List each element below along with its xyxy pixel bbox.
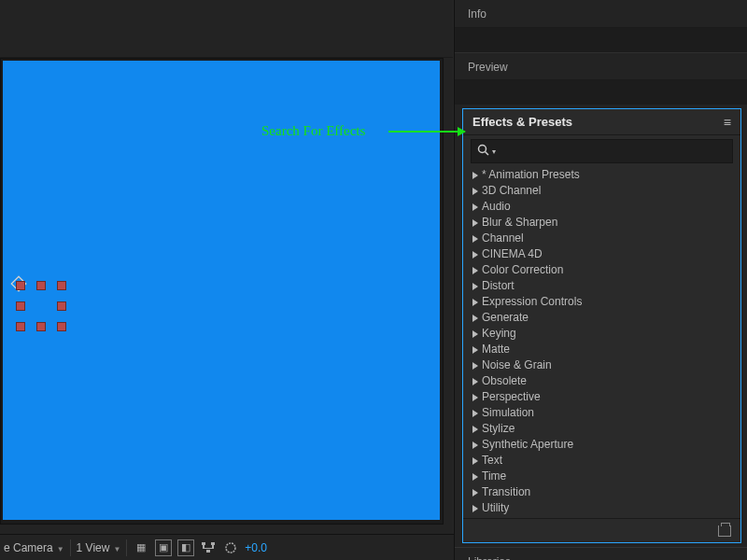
effects-category-row[interactable]: Generate — [472, 310, 735, 326]
disclosure-triangle-icon[interactable] — [472, 172, 478, 179]
effects-category-row[interactable]: Perspective — [472, 389, 735, 405]
transform-handle[interactable] — [16, 322, 25, 331]
effects-category-row[interactable]: Simulation — [472, 405, 735, 421]
effects-category-row[interactable]: CINEMA 4D — [472, 246, 735, 262]
panel-menu-icon[interactable]: ≡ — [724, 115, 731, 130]
snapshot-flowchart-icon[interactable] — [200, 539, 217, 556]
effects-category-label: Perspective — [482, 389, 541, 405]
effects-category-row[interactable]: Stylize — [472, 421, 735, 437]
disclosure-triangle-icon[interactable] — [472, 346, 478, 354]
right-panel-stack: Info Preview Effects & Presets ≡ ▾ * Ani… — [454, 0, 747, 560]
transform-handle[interactable] — [16, 281, 25, 290]
transform-handle[interactable] — [57, 322, 66, 331]
disclosure-triangle-icon[interactable] — [472, 315, 478, 322]
effects-category-row[interactable]: Transition — [472, 484, 735, 500]
effects-category-label: CINEMA 4D — [482, 246, 543, 262]
libraries-panel-tab[interactable]: Libraries — [455, 547, 747, 560]
svg-point-6 — [226, 543, 235, 553]
search-dropdown-caret-icon[interactable]: ▾ — [492, 147, 496, 156]
disclosure-triangle-icon[interactable] — [472, 362, 478, 370]
transform-handle[interactable] — [36, 281, 46, 290]
disclosure-triangle-icon[interactable] — [472, 267, 478, 274]
toggle-mask-icon[interactable]: ▣ — [155, 539, 172, 556]
separator — [126, 539, 127, 556]
effects-category-label: Transition — [482, 484, 530, 500]
svg-rect-0 — [202, 542, 205, 545]
disclosure-triangle-icon[interactable] — [472, 457, 478, 465]
effects-category-label: Matte — [482, 342, 510, 357]
effects-category-label: Distort — [482, 278, 514, 294]
effects-category-row[interactable]: Keying — [472, 326, 735, 342]
preview-panel-tab[interactable]: Preview — [455, 52, 747, 80]
effects-category-row[interactable]: Channel — [472, 231, 735, 246]
reset-exposure-icon[interactable] — [222, 539, 239, 556]
toggle-transparency-grid-icon[interactable]: ▦ — [133, 539, 149, 556]
effects-category-label: Obsolete — [482, 373, 527, 389]
effects-category-label: Text — [482, 453, 502, 469]
effects-category-row[interactable]: Utility — [472, 500, 735, 516]
effects-category-row[interactable]: Distort — [472, 278, 735, 294]
disclosure-triangle-icon[interactable] — [472, 441, 478, 449]
svg-line-8 — [486, 151, 489, 155]
effects-category-row[interactable]: Expression Controls — [472, 294, 735, 310]
composition-canvas[interactable] — [3, 61, 440, 520]
effects-category-label: Blur & Sharpen — [482, 215, 557, 231]
effects-category-row[interactable]: Noise & Grain — [472, 357, 735, 373]
effects-category-row[interactable]: Matte — [472, 342, 735, 357]
disclosure-triangle-icon[interactable] — [472, 505, 478, 512]
transform-handle[interactable] — [57, 301, 66, 311]
disclosure-triangle-icon[interactable] — [472, 426, 478, 433]
effects-category-label: Audio — [482, 199, 511, 215]
effects-category-row[interactable]: Text — [472, 453, 735, 469]
disclosure-triangle-icon[interactable] — [472, 410, 478, 417]
disclosure-triangle-icon[interactable] — [472, 219, 478, 227]
search-icon — [477, 144, 490, 160]
disclosure-triangle-icon[interactable] — [472, 283, 478, 290]
effects-category-row[interactable]: Color Correction — [472, 262, 735, 278]
camera-dropdown[interactable]: e Camera — [4, 541, 64, 554]
selected-layer[interactable] — [16, 281, 68, 333]
disclosure-triangle-icon[interactable] — [472, 188, 478, 195]
transform-handle[interactable] — [57, 281, 66, 290]
effects-category-label: Color Correction — [482, 262, 563, 278]
disclosure-triangle-icon[interactable] — [472, 489, 478, 497]
effects-panel-title: Effects & Presets — [472, 115, 724, 129]
effects-category-label: 3D Channel — [482, 183, 541, 199]
transform-handle[interactable] — [36, 322, 46, 331]
info-panel-tab[interactable]: Info — [455, 0, 747, 28]
effects-category-row[interactable]: 3D Channel — [472, 183, 735, 199]
effects-category-row[interactable]: Audio — [472, 199, 735, 215]
view-count-dropdown[interactable]: 1 View — [77, 541, 121, 554]
effects-category-label: Simulation — [482, 405, 534, 421]
effects-category-label: Generate — [482, 310, 529, 326]
disclosure-triangle-icon[interactable] — [472, 378, 478, 385]
panel-gap — [455, 28, 747, 52]
svg-rect-1 — [211, 542, 215, 545]
composition-canvas-wrap — [0, 58, 444, 525]
effects-category-row[interactable]: Time — [472, 469, 735, 484]
effects-category-label: Expression Controls — [482, 294, 582, 310]
effects-category-label: Synthetic Aperture — [482, 437, 573, 453]
disclosure-triangle-icon[interactable] — [472, 251, 478, 259]
transform-handle[interactable] — [16, 301, 25, 311]
disclosure-triangle-icon[interactable] — [472, 203, 478, 211]
disclosure-triangle-icon[interactable] — [472, 299, 478, 306]
svg-rect-2 — [206, 550, 210, 553]
disclosure-triangle-icon[interactable] — [472, 330, 478, 338]
panel-gap — [455, 80, 747, 105]
effects-category-row[interactable]: Synthetic Aperture — [472, 437, 735, 453]
exposure-value[interactable]: +0.0 — [245, 541, 267, 554]
disclosure-triangle-icon[interactable] — [472, 394, 478, 401]
new-bin-icon[interactable] — [718, 525, 731, 537]
effects-category-label: Time — [482, 469, 506, 484]
region-of-interest-icon[interactable]: ◧ — [177, 539, 194, 556]
effects-category-row[interactable]: * Animation Presets — [472, 167, 735, 183]
effects-category-row[interactable]: Blur & Sharpen — [472, 215, 735, 231]
effects-category-label: Stylize — [482, 421, 514, 437]
effects-search-row: ▾ — [471, 139, 733, 163]
effects-search-input[interactable] — [498, 145, 726, 158]
effects-category-row[interactable]: Obsolete — [472, 373, 735, 389]
separator — [70, 539, 71, 556]
disclosure-triangle-icon[interactable] — [472, 473, 478, 481]
disclosure-triangle-icon[interactable] — [472, 235, 478, 243]
